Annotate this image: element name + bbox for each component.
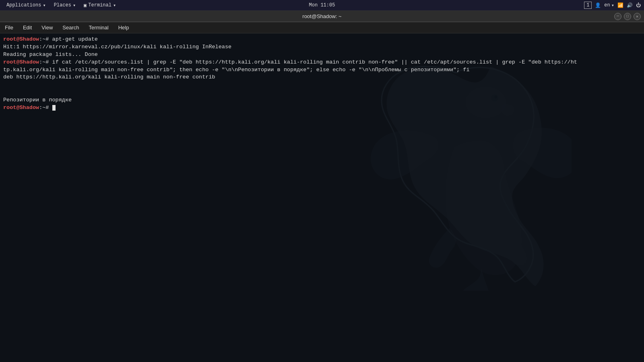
taskbar-right: 1 👤 en ▾ 📶 🔊 ⏻ xyxy=(584,2,641,9)
terminal-blank-2 xyxy=(3,89,641,97)
places-menu[interactable]: Places ▾ xyxy=(51,2,79,9)
menu-terminal[interactable]: Terminal xyxy=(87,24,110,31)
terminal-arrow: ▾ xyxy=(113,2,116,8)
terminal-line-repos: Репозитории в порядке xyxy=(3,97,641,104)
terminal-cursor xyxy=(52,105,56,111)
users-icon: 👤 xyxy=(595,2,601,8)
terminal-line-2: Hit:1 https://mirror.karneval.cz/pub/lin… xyxy=(3,43,641,51)
terminal-menubar: File Edit View Search Terminal Help xyxy=(0,22,644,33)
menu-edit[interactable]: Edit xyxy=(21,24,33,31)
volume-icon: 🔊 xyxy=(627,2,633,8)
taskbar-datetime: Mon 11:05 xyxy=(309,2,335,8)
applications-label: Applications xyxy=(6,2,41,8)
terminal-content[interactable]: root@Shadow:~# apt-get update Hit:1 http… xyxy=(0,33,644,362)
terminal-line-4: root@Shadow:~# if cat /etc/apt/sources.l… xyxy=(3,59,641,66)
maximize-button[interactable]: □ xyxy=(624,13,631,20)
applications-arrow: ▾ xyxy=(43,2,45,8)
language-selector[interactable]: en ▾ xyxy=(604,2,614,8)
terminal-blank-1 xyxy=(3,81,641,89)
power-icon: ⏻ xyxy=(636,2,641,8)
menu-search[interactable]: Search xyxy=(61,24,80,31)
terminal-title: root@Shadow: ~ xyxy=(302,13,341,19)
terminal-line-prompt: root@Shadow:~# xyxy=(3,104,641,112)
workspace-indicator[interactable]: 1 xyxy=(584,2,592,9)
minimize-button[interactable]: ─ xyxy=(614,13,621,20)
window-controls: ─ □ ✕ xyxy=(614,13,641,20)
places-label: Places xyxy=(54,2,71,8)
taskbar: Applications ▾ Places ▾ ▣ Terminal ▾ Mon… xyxy=(0,0,644,11)
terminal-label: Terminal xyxy=(88,2,111,8)
terminal-menu-btn[interactable]: ▣ Terminal ▾ xyxy=(80,2,119,9)
taskbar-left: Applications ▾ Places ▾ ▣ Terminal ▾ xyxy=(3,2,119,9)
menu-help[interactable]: Help xyxy=(117,24,131,31)
terminal-titlebar: root@Shadow: ~ ─ □ ✕ xyxy=(0,11,644,22)
terminal-line-3: Reading package lists... Done xyxy=(3,51,641,59)
close-button[interactable]: ✕ xyxy=(634,13,641,20)
wifi-icon: 📶 xyxy=(617,2,623,8)
terminal-icon: ▣ xyxy=(84,2,87,8)
menu-view[interactable]: View xyxy=(40,24,54,31)
applications-menu[interactable]: Applications ▾ xyxy=(3,2,49,9)
terminal-window: root@Shadow: ~ ─ □ ✕ File Edit View Sear… xyxy=(0,11,644,362)
terminal-line-1: root@Shadow:~# apt-get update xyxy=(3,36,641,43)
menu-file[interactable]: File xyxy=(3,24,15,31)
places-arrow: ▾ xyxy=(73,2,76,8)
terminal-line-6: deb https://http.kali.org/kali kali-roll… xyxy=(3,74,641,81)
terminal-line-5: tp.kali.org/kali kali-rolling main non-f… xyxy=(3,66,641,74)
